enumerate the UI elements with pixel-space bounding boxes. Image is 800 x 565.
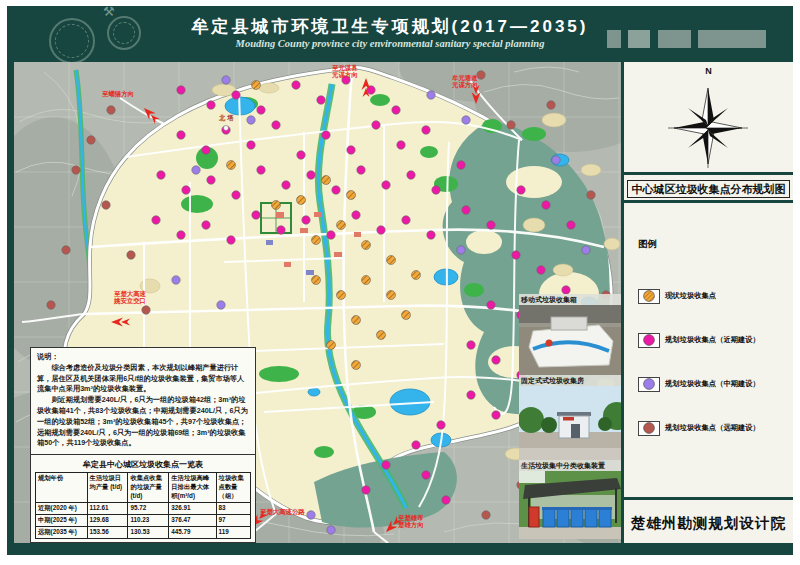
institute-section: 楚雄州勘测规划设计院 [624,503,793,543]
collection-point-far [62,246,70,254]
table-cell: 95.72 [128,503,169,515]
collection-point-far [547,101,555,109]
collection-point-near [467,391,475,399]
table-cell: 远期(2035 年) [36,527,88,539]
legend-item-far-term: 规划垃圾收集点（远期建设） [638,420,760,436]
seal-logo-small [107,16,141,50]
direction-label: 至蟠猫方向 [102,90,134,98]
collection-point-existing [352,316,361,325]
collection-point-near [537,266,545,274]
header-deco-block [628,30,650,48]
photo-caption-sorting-shelter: 生活垃圾集中分类收集装置 [519,460,621,471]
institute-name: 楚雄州勘测规划设计院 [631,514,786,533]
collection-point-near [427,231,435,239]
collection-point-near [247,141,255,149]
collection-point-near [457,161,465,169]
notes-title: 说明： [37,352,249,363]
table-cell: 326.91 [169,503,216,515]
poster-subtitle: Mouding County province city environment… [157,38,623,49]
poster-title: 牟定县城市环境卫生专项规划(2017—2035) [157,15,623,38]
collection-point-near [257,166,265,174]
collection-point-near [492,411,500,419]
photo-caption-fixed-house: 固定式式垃圾收集房 [519,375,621,386]
collection-point-existing [402,311,411,320]
photo-mobile-collection-box [519,305,621,375]
collection-point-existing [252,81,261,90]
collection-point-existing [337,221,346,230]
table-cell: 129.68 [87,515,128,527]
collection-point-far [142,306,150,314]
collection-point-near [272,121,280,129]
legend-item-mid-term: 规划垃圾收集点（中期建设） [638,376,760,392]
collection-point-far [107,106,115,114]
collection-point-far [507,121,515,129]
header: ⚒ 牟定县城市环境卫生专项规划(2017—2035) Mouding Count… [7,6,793,58]
collection-point-near [382,461,390,469]
collection-point-near [382,181,390,189]
collection-point-existing [387,291,396,300]
north-label: N [624,66,793,76]
collection-point-existing [347,191,356,200]
compass-section: N [624,62,793,175]
collection-point-mid [552,156,560,164]
collection-point-near [177,131,185,139]
collection-point-near [402,216,410,224]
table-header-cell: 规划年份 [36,473,88,503]
near-term-point-icon [638,333,660,348]
collection-point-near [332,186,340,194]
collection-point-near [232,191,240,199]
notes-paragraph-2: 则近期规划需要240L/只，6只为一组的垃圾箱42组；3m³的垃圾收集箱41个，… [37,395,249,449]
collection-point-near [327,231,335,239]
collection-point-near [202,221,210,229]
map-panel[interactable]: 至元谋县元谋方向至蟠猫方向牟元通道元谋方向至楚大高速姚安立交口至楚大高速公路至楚… [14,62,621,543]
collection-point-mid [247,116,255,124]
collection-point-far [87,136,95,144]
table-cell: 110.23 [128,515,169,527]
collection-point-near [567,221,575,229]
table-header-cell: 收集点收集的垃圾产量 (t/d) [128,473,169,503]
collection-point-near [542,201,550,209]
collection-point-near [232,91,240,99]
table-row: 远期(2035 年)153.56130.53445.79119 [36,527,251,539]
collection-point-near [377,226,385,234]
collection-point-near [347,146,355,154]
map-title-section: 中心城区垃圾收集点分布规划图 [624,178,793,203]
collection-point-near [177,86,185,94]
collection-point-near [307,171,315,179]
poster-frame: ⚒ 牟定县城市环境卫生专项规划(2017—2035) Mouding Count… [7,6,793,555]
collection-point-existing [352,361,361,370]
collection-point-far [127,251,135,259]
table-cell: 112.61 [87,503,128,515]
collection-point-near [432,186,440,194]
collection-point-near [487,221,495,229]
collection-point-near [422,126,430,134]
footer-band [7,543,793,555]
collection-point-near [412,441,420,449]
collection-point-mid [427,91,435,99]
notes-box: 说明： 综合考虑造价及垃圾分类因素，本次规划以峰期产量进行计算，居住区及机关团体… [30,347,256,455]
collection-point-near [157,171,165,179]
collection-point-far [102,201,110,209]
collection-point-near [372,121,380,129]
notes-paragraph-1: 综合考虑造价及垃圾分类因素，本次规划以峰期产量进行计算，居住区及机关团体采用6只… [37,363,249,395]
collection-point-near [442,496,450,504]
collection-point-existing [412,271,421,280]
collection-point-mid [192,166,200,174]
collection-point-existing [362,276,371,285]
collection-point-mid [222,76,230,84]
collection-point-mid [217,301,225,309]
table-cell: 119 [216,527,250,539]
collection-point-existing [297,196,306,205]
collection-point-near [487,301,495,309]
collection-point-near [227,236,235,244]
photo-strip: 移动式垃圾收集箱 固定式式垃圾收集房 [519,294,621,539]
table-header-cell: 生活垃圾日均产量 (t/d) [87,473,128,503]
collection-point-existing [377,331,386,340]
collection-point-near [182,186,190,194]
collection-point-existing [387,256,396,265]
axe-emblem-icon: ⚒ [103,4,117,20]
direction-label: 至楚大高速姚安立交口 [113,290,147,305]
existing-point-icon [638,289,660,304]
table-cell: 83 [216,503,250,515]
compass-rose-icon [660,76,756,172]
